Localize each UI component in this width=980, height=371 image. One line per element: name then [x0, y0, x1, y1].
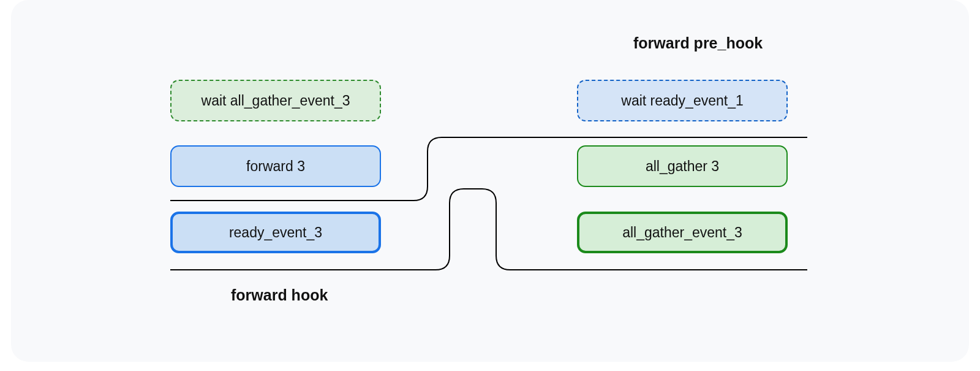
right-prehook-label: forward pre_hook — [633, 34, 763, 52]
right-allgather-box: all_gather 3 — [577, 145, 788, 187]
right-wait-box: wait ready_event_1 — [577, 80, 788, 121]
diagram-viewport: wait all_gather_event_3 forward 3 ready_… — [0, 0, 980, 371]
right-allgather-event-box: all_gather_event_3 — [577, 212, 788, 253]
connectors-svg — [11, 0, 969, 362]
left-forward-box: forward 3 — [170, 145, 381, 187]
diagram-canvas: wait all_gather_event_3 forward 3 ready_… — [11, 0, 969, 362]
left-wait-box: wait all_gather_event_3 — [170, 80, 381, 121]
left-hook-label: forward hook — [231, 286, 328, 304]
left-ready-event-box: ready_event_3 — [170, 212, 381, 253]
